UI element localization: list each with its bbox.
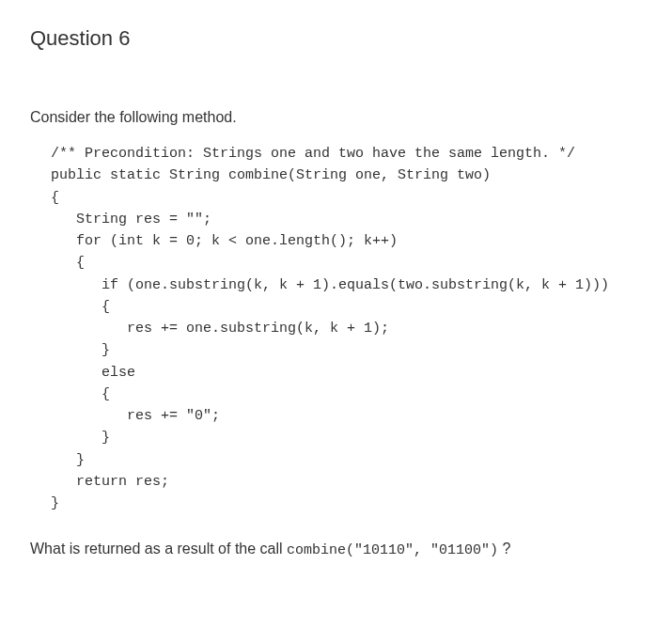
question-title: Question 6 — [30, 26, 642, 51]
followup-inline-code: combine("10110", "01100") — [287, 542, 498, 558]
followup-suffix: ? — [498, 541, 510, 556]
follow-up-question: What is returned as a result of the call… — [30, 541, 642, 558]
code-block: /** Precondition: Strings one and two ha… — [51, 143, 642, 514]
intro-text: Consider the following method. — [30, 109, 642, 126]
followup-prefix: What is returned as a result of the call — [30, 541, 287, 556]
